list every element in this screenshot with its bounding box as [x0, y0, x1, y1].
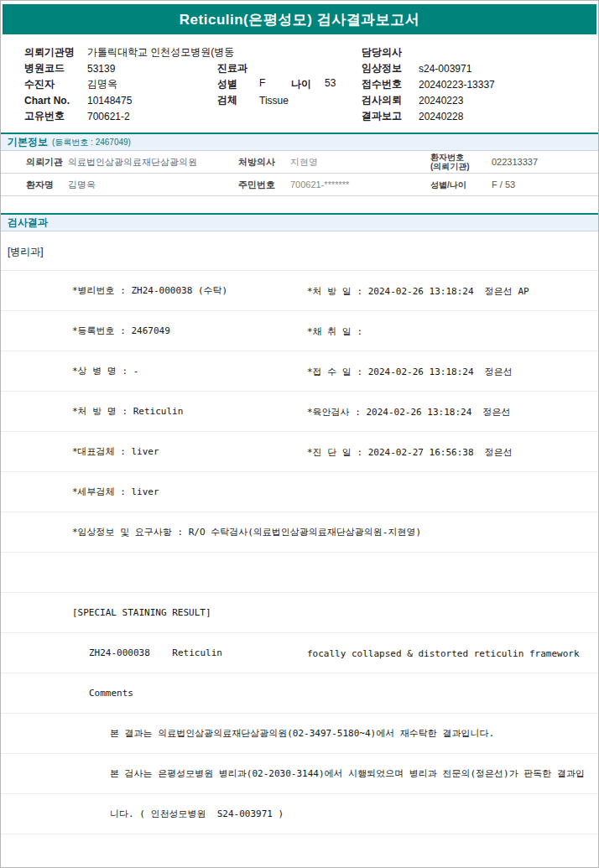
- cell-label: 주민번호: [238, 179, 290, 191]
- result-left: [SPECIAL STAINING RESULT]: [72, 607, 211, 618]
- result-right: *접 수 일 : 2024-02-26 13:18:24 정은선: [307, 365, 513, 377]
- cell-label: 환자번호(의뢰기관): [430, 153, 492, 171]
- result-left: ZH24-000038 Reticulin: [89, 647, 222, 658]
- table-row: 의뢰기관 의료법인삼광의료재단삼광의원 처방의사 지현영 환자번호(의뢰기관) …: [1, 151, 598, 174]
- field-label: 고유번호: [24, 109, 87, 123]
- patient-info-row: Chart No. 10148475 검체 Tissue 검사의뢰 202402…: [1, 92, 598, 108]
- basic-info-section-header: 기본정보 (등록번호 : 2467049): [1, 133, 598, 151]
- cell-label: 성별/나이: [430, 180, 492, 190]
- patient-info-row: 수진자 김명옥 성별 F나이53 접수번호 20240223-13337: [1, 76, 598, 92]
- field-value: [325, 95, 362, 107]
- result-row: *처 방 명 : Reticulin *육안검사 : 2024-02-26 13…: [1, 392, 598, 432]
- field-label: 성별: [217, 77, 259, 91]
- field-value-group: F나이53: [259, 77, 362, 91]
- field-label: 결과보고: [362, 109, 419, 123]
- cell-label: 처방의사: [238, 156, 290, 169]
- report-page: Reticulin(은평성모) 검사결과보고서 의뢰기관명 가톨릭대학교 인천성…: [0, 0, 599, 868]
- results-section-header: 검사결과: [1, 213, 598, 231]
- result-right: *육안검사 : 2024-02-26 13:18:24 정은선: [307, 405, 511, 418]
- section-title: 검사결과: [8, 216, 48, 230]
- result-row: *대표검체 : liver *진 단 일 : 2024-02-27 16:56:…: [1, 432, 598, 472]
- field-label: 담당의사: [362, 45, 419, 60]
- field-value: 가톨릭대학교 인천성모병원(병동: [87, 45, 217, 60]
- patient-info-row: 병원코드 53139 진료과 임상정보 s24-003971: [1, 60, 598, 76]
- patient-info-row: 의뢰기관명 가톨릭대학교 인천성모병원(병동 담당의사: [1, 44, 598, 60]
- field-label: 수진자: [24, 77, 87, 91]
- result-row: Comments: [1, 673, 598, 714]
- result-row: ZH24-000038 Reticulin focally collapsed …: [1, 633, 598, 673]
- field-label: 검체: [217, 93, 259, 107]
- cell-value: 의료법인삼광의료재단삼광의원: [68, 156, 238, 169]
- patient-info-block: 의뢰기관명 가톨릭대학교 인천성모병원(병동 담당의사 병원코드 53139 진…: [1, 34, 598, 133]
- result-left: *상 병 명 : -: [72, 365, 138, 377]
- field-label: Chart No.: [24, 95, 87, 107]
- cell-label-line: 환자번호: [430, 153, 492, 162]
- field-value: s24-003971: [419, 63, 598, 75]
- result-left: *대표검체 : liver: [72, 445, 159, 458]
- field-value: 20240223-13337: [419, 79, 598, 91]
- field-value: 53: [325, 77, 362, 91]
- field-label: 병원코드: [24, 61, 87, 75]
- result-row: *등록번호 : 2467049 *채 취 일 :: [1, 311, 598, 351]
- result-left: 본 검사는 은평성모병원 병리과(02-2030-3144)에서 시행되었으며 …: [110, 767, 585, 780]
- cell-label: 환자명: [26, 179, 68, 191]
- cell-label-line: (의뢰기관): [430, 162, 492, 171]
- basic-info-table: 의뢰기관 의료법인삼광의료재단삼광의원 처방의사 지현영 환자번호(의뢰기관) …: [1, 151, 598, 196]
- result-right: *처 방 일 : 2024-02-26 13:18:24 정은선 AP: [307, 284, 529, 297]
- result-row: 본 검사는 은평성모병원 병리과(02-2030-3144)에서 시행되었으며 …: [1, 754, 598, 794]
- patient-info-row: 고유번호 700621-2 결과보고 20240228: [1, 108, 598, 124]
- field-value: 700621-2: [87, 111, 217, 122]
- field-value: 53139: [87, 63, 217, 75]
- field-value: 김명옥: [87, 77, 217, 91]
- result-row: [SPECIAL STAINING RESULT]: [1, 593, 598, 633]
- result-left: *임상정보 및 요구사항 : R/O 수탁검사(의료법인삼광의료재단삼광의원-지…: [72, 526, 421, 538]
- section-subtitle: (등록번호 : 2467049): [52, 137, 131, 148]
- result-left: Comments: [89, 688, 133, 699]
- field-value: 20240228: [419, 111, 598, 122]
- department-label: [병리과]: [1, 231, 598, 271]
- result-row: *병리번호 : ZH24-000038 (수탁) *처 방 일 : 2024-0…: [1, 271, 598, 311]
- report-title-bar: Reticulin(은평성모) 검사결과보고서: [3, 4, 596, 34]
- field-label: 진료과: [217, 61, 259, 75]
- result-row: *세부검체 : liver: [1, 472, 598, 512]
- field-label: 나이: [291, 77, 325, 91]
- report-title: Reticulin(은평성모) 검사결과보고서: [180, 10, 419, 29]
- field-label: 의뢰기관명: [24, 45, 87, 60]
- cell-label: 의뢰기관: [26, 156, 68, 169]
- field-label: 임상정보: [362, 61, 419, 75]
- table-row: 환자명 김명옥 주민번호 700621-******* 성별/나이 F / 53: [1, 174, 598, 196]
- result-left: 본 결과는 의료법인삼광의료재단삼광의원(02-3497-5180~4)에서 재…: [110, 727, 494, 740]
- field-label: 접수번호: [362, 77, 419, 91]
- field-value: 10148475: [87, 95, 217, 107]
- result-row: *임상정보 및 요구사항 : R/O 수탁검사(의료법인삼광의료재단삼광의원-지…: [1, 512, 598, 553]
- field-value-group: Tissue: [259, 95, 362, 107]
- result-row: 니다. ( 인천성모병원 S24-003971 ): [1, 794, 598, 834]
- field-label: 검사의뢰: [362, 93, 419, 107]
- result-right: *진 단 일 : 2024-02-27 16:56:38 정은선: [307, 445, 513, 458]
- field-value: Tissue: [259, 95, 291, 107]
- pathology-result-rows: *병리번호 : ZH24-000038 (수탁) *처 방 일 : 2024-0…: [1, 271, 598, 834]
- section-title: 기본정보: [8, 135, 48, 149]
- cell-value: 700621-*******: [290, 179, 430, 190]
- result-row: 본 결과는 의료법인삼광의료재단삼광의원(02-3497-5180~4)에서 재…: [1, 714, 598, 754]
- result-left: 니다. ( 인천성모병원 S24-003971 ): [110, 808, 284, 820]
- field-value: 20240223: [419, 95, 598, 107]
- result-right: focally collapsed & distorted reticulin …: [307, 647, 580, 658]
- cell-value: F / 53: [492, 179, 598, 190]
- result-left: *병리번호 : ZH24-000038 (수탁): [72, 284, 227, 297]
- cell-value: 지현영: [290, 156, 430, 169]
- result-row-empty: [1, 553, 598, 593]
- result-left: *등록번호 : 2467049: [72, 325, 170, 337]
- field-value: F: [259, 77, 291, 91]
- field-label: [291, 95, 325, 107]
- cell-label-line: 성별/나이: [430, 180, 492, 190]
- result-left: *세부검체 : liver: [72, 486, 159, 498]
- result-row: *상 병 명 : - *접 수 일 : 2024-02-26 13:18:24 …: [1, 351, 598, 392]
- spacer: [1, 196, 598, 213]
- cell-value: 022313337: [492, 157, 598, 167]
- result-right: *채 취 일 :: [307, 325, 362, 337]
- result-left: *처 방 명 : Reticulin: [72, 405, 183, 418]
- cell-value: 김명옥: [68, 179, 238, 191]
